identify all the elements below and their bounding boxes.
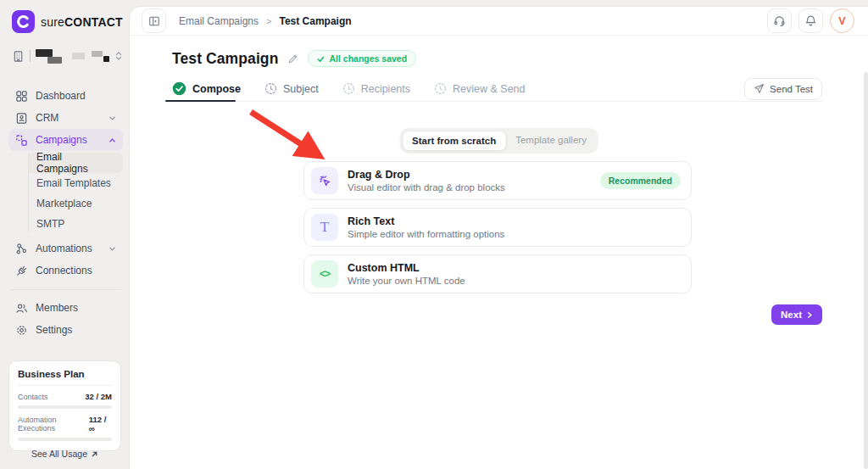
sidebar-item-dashboard[interactable]: Dashboard — [8, 85, 123, 107]
workspace-name-redacted — [36, 49, 53, 57]
breadcrumb-separator: > — [266, 16, 271, 26]
sidebar-item-automations[interactable]: Automations — [8, 237, 123, 260]
option-description: Write your own HTML code — [348, 276, 465, 286]
breadcrumb-email-campaigns[interactable]: Email Campaigns — [179, 15, 259, 27]
page-title: Test Campaign — [172, 50, 278, 68]
segment-label: Start from scratch — [412, 136, 496, 146]
option-title: Drag & Drop — [348, 169, 505, 181]
brand-name-bold: CONTACT — [64, 15, 123, 29]
sidebar-item-label: Automations — [36, 243, 92, 254]
brand-logo-icon — [12, 10, 35, 33]
status-badge-label: All changes saved — [329, 53, 407, 64]
segment-label: Template gallery — [515, 135, 587, 145]
sidebar-item-campaigns[interactable]: Campaigns — [8, 129, 123, 151]
option-description: Visual editor with drag & drop blocks — [348, 182, 505, 193]
breadcrumb-current: Test Campaign — [279, 15, 351, 27]
usage-metric-label: Contacts — [18, 393, 48, 401]
topbar-actions: V — [767, 8, 854, 33]
cursor-click-icon — [311, 167, 338, 194]
tab-label: Recipients — [361, 83, 410, 95]
people-icon — [15, 302, 28, 315]
tab-subject[interactable]: Subject — [264, 76, 319, 101]
usage-metric-label: Automation Executions — [18, 416, 89, 433]
grid-icon — [15, 90, 28, 103]
serif-t-icon: T — [311, 214, 338, 241]
composer-content: Start from scratch Template gallery Drag… — [130, 102, 868, 468]
sidebar: sureCONTACT Dashboard CRM — [0, 0, 130, 469]
next-button-label: Next — [781, 310, 802, 320]
sidebar-item-label: Dashboard — [36, 90, 86, 102]
check-icon — [317, 55, 325, 63]
user-avatar[interactable]: V — [830, 8, 854, 33]
subitem-label: Marketplace — [36, 198, 92, 209]
sidebar-subitem-marketplace[interactable]: Marketplace — [28, 193, 123, 214]
segment-start-from-scratch[interactable]: Start from scratch — [402, 131, 506, 151]
code-glyph: <> — [320, 268, 330, 280]
subitem-label: Email Campaigns — [36, 151, 114, 175]
sidebar-nav: Dashboard CRM Campaigns Email Campaigns … — [8, 85, 123, 341]
bell-icon — [804, 14, 817, 27]
gear-icon — [15, 324, 28, 337]
campaigns-submenu: Email Campaigns Email Templates Marketpl… — [8, 153, 123, 234]
sidebar-toggle-button[interactable] — [142, 8, 166, 33]
code-icon: <> — [311, 260, 338, 288]
brand-logo[interactable]: sureCONTACT — [12, 10, 123, 33]
sidebar-subitem-email-templates[interactable]: Email Templates — [28, 173, 123, 193]
sidebar-item-label: Settings — [36, 324, 72, 336]
segment-template-gallery[interactable]: Template gallery — [506, 131, 596, 151]
tab-review-send[interactable]: Review & Send — [434, 76, 525, 101]
pencil-icon — [287, 53, 298, 64]
editor-options: Drag & Drop Visual editor with drag & dr… — [303, 161, 692, 301]
tab-label: Subject — [283, 83, 319, 95]
sidebar-subitem-smtp[interactable]: SMTP — [28, 214, 123, 234]
notifications-button[interactable] — [798, 8, 823, 33]
sidebar-item-connections[interactable]: Connections — [8, 260, 123, 282]
arrow-up-right-icon — [91, 450, 98, 458]
option-custom-html[interactable]: <> Custom HTML Write your own HTML code — [303, 254, 692, 293]
next-button[interactable]: Next — [771, 304, 822, 325]
sidebar-subitem-email-campaigns[interactable]: Email Campaigns — [28, 153, 123, 173]
serif-t-glyph: T — [320, 219, 329, 236]
support-button[interactable] — [767, 8, 792, 33]
sidebar-item-settings[interactable]: Settings — [8, 319, 123, 341]
sidebar-panel-icon — [148, 15, 160, 27]
edit-title-button[interactable] — [287, 53, 298, 64]
tab-recipients[interactable]: Recipients — [342, 76, 410, 101]
sidebar-item-crm[interactable]: CRM — [8, 107, 123, 129]
workspace-switcher[interactable] — [12, 44, 123, 68]
send-test-button[interactable]: Send Test — [744, 78, 822, 100]
tab-compose[interactable]: Compose — [172, 76, 241, 101]
usage-progress-bar — [18, 438, 112, 441]
breadcrumb: Email Campaigns > Test Campaign — [179, 15, 352, 27]
status-badge: All changes saved — [308, 50, 416, 67]
brand-name: sureCONTACT — [41, 15, 123, 29]
option-description: Simple editor with formatting options — [348, 229, 504, 239]
clock-pending-icon — [342, 82, 355, 95]
option-rich-text[interactable]: T Rich Text Simple editor with formattin… — [303, 208, 692, 247]
tab-label: Compose — [192, 83, 241, 95]
clock-pending-icon — [264, 82, 277, 95]
chevron-up-icon — [108, 137, 116, 144]
plug-icon — [15, 265, 28, 277]
plan-name: Business Plan — [18, 369, 112, 386]
workspace-name-redacted — [92, 51, 103, 57]
see-all-usage-link[interactable]: See All Usage — [18, 449, 112, 459]
chevron-updown-icon — [114, 51, 123, 61]
mode-toggle: Start from scratch Template gallery — [399, 128, 598, 154]
scrollbar[interactable] — [864, 72, 868, 469]
workspace-divider — [30, 50, 31, 62]
workspace-name-redacted — [72, 53, 85, 59]
sidebar-item-members[interactable]: Members — [8, 297, 123, 319]
topbar: Email Campaigns > Test Campaign V — [130, 7, 868, 36]
send-test-label: Send Test — [770, 84, 813, 94]
campaign-steps: Compose Subject Recipients Review & Send… — [172, 76, 822, 102]
sidebar-item-label: Campaigns — [36, 134, 87, 146]
workspace-name-redacted — [103, 56, 109, 62]
avatar-initial: V — [838, 15, 845, 27]
id-card-icon — [15, 112, 28, 125]
subitem-label: SMTP — [36, 218, 64, 230]
option-drag-and-drop[interactable]: Drag & Drop Visual editor with drag & dr… — [303, 161, 692, 200]
tab-label: Review & Send — [453, 83, 525, 95]
subitem-label: Email Templates — [36, 177, 111, 189]
chevron-right-icon — [806, 311, 813, 319]
